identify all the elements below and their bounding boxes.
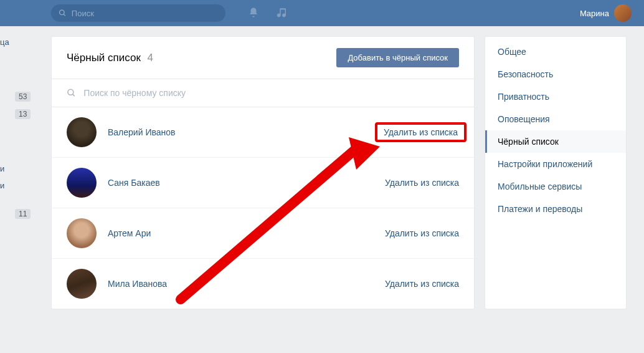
remove-from-list-button[interactable]: Удалить из списка bbox=[384, 127, 458, 137]
user-link[interactable]: Валерий Иванов bbox=[108, 127, 175, 137]
remove-from-list-button[interactable]: Удалить из списка bbox=[385, 279, 459, 289]
user-link[interactable]: Мила Иванова bbox=[108, 279, 167, 289]
music-icon[interactable] bbox=[277, 7, 288, 20]
svg-point-2 bbox=[68, 89, 73, 95]
list-item: Валерий Иванов Удалить из списка bbox=[52, 107, 474, 158]
bell-icon[interactable] bbox=[248, 7, 259, 20]
sidebar-item-blacklist[interactable]: Чёрный список bbox=[485, 130, 626, 153]
settings-sidebar: Общее Безопасность Приватность Оповещени… bbox=[485, 36, 627, 309]
nav-badge: 53 bbox=[15, 92, 31, 102]
nav-text: и bbox=[0, 164, 4, 173]
blacklist-panel: Чёрный список 4 Добавить в чёрный список… bbox=[51, 36, 475, 309]
sidebar-item-security[interactable]: Безопасность bbox=[485, 63, 626, 85]
remove-from-list-button[interactable]: Удалить из списка bbox=[385, 228, 459, 238]
list-item: Саня Бакаев Удалить из списка bbox=[52, 158, 474, 208]
global-search[interactable] bbox=[51, 4, 225, 22]
search-icon bbox=[67, 88, 76, 98]
nav-text: и bbox=[0, 181, 4, 190]
avatar bbox=[614, 4, 632, 22]
search-icon bbox=[59, 9, 67, 17]
sidebar-item-payments[interactable]: Платежи и переводы bbox=[485, 198, 626, 220]
avatar[interactable] bbox=[67, 117, 97, 147]
svg-point-0 bbox=[60, 10, 65, 15]
list-item: Мила Иванова Удалить из списка bbox=[52, 259, 474, 309]
avatar[interactable] bbox=[67, 269, 97, 299]
topbar-user[interactable]: Марина bbox=[580, 4, 632, 22]
user-link[interactable]: Саня Бакаев bbox=[108, 178, 160, 188]
left-nav-fragment: ца 53 13 и и 11 bbox=[0, 34, 37, 223]
panel-header: Чёрный список 4 Добавить в чёрный список bbox=[52, 37, 474, 79]
sidebar-item-notifications[interactable]: Оповещения bbox=[485, 108, 626, 130]
list-item: Артем Ари Удалить из списка bbox=[52, 208, 474, 259]
sidebar-item-general[interactable]: Общее bbox=[485, 41, 626, 63]
sidebar-item-privacy[interactable]: Приватность bbox=[485, 85, 626, 108]
blacklist-search[interactable] bbox=[52, 79, 474, 107]
nav-badge: 11 bbox=[15, 209, 31, 219]
global-search-input[interactable] bbox=[72, 9, 218, 18]
sidebar-item-mobile[interactable]: Мобильные сервисы bbox=[485, 175, 626, 198]
count-badge: 4 bbox=[148, 52, 153, 64]
sidebar-item-apps[interactable]: Настройки приложений bbox=[485, 153, 626, 175]
blacklist-search-input[interactable] bbox=[83, 88, 459, 98]
highlight-annotation: Удалить из списка bbox=[375, 122, 466, 142]
avatar[interactable] bbox=[67, 218, 97, 248]
topbar-icons bbox=[248, 7, 288, 20]
user-link[interactable]: Артем Ари bbox=[108, 228, 151, 238]
nav-text: ца bbox=[0, 34, 37, 51]
svg-line-1 bbox=[64, 14, 65, 16]
svg-line-3 bbox=[73, 94, 75, 96]
remove-from-list-button[interactable]: Удалить из списка bbox=[385, 178, 459, 188]
avatar[interactable] bbox=[67, 168, 97, 198]
page-title: Чёрный список 4 bbox=[67, 52, 153, 64]
add-to-blacklist-button[interactable]: Добавить в чёрный список bbox=[336, 48, 459, 67]
nav-badge: 13 bbox=[15, 109, 31, 119]
username: Марина bbox=[580, 9, 609, 18]
topbar: Марина bbox=[0, 0, 644, 26]
